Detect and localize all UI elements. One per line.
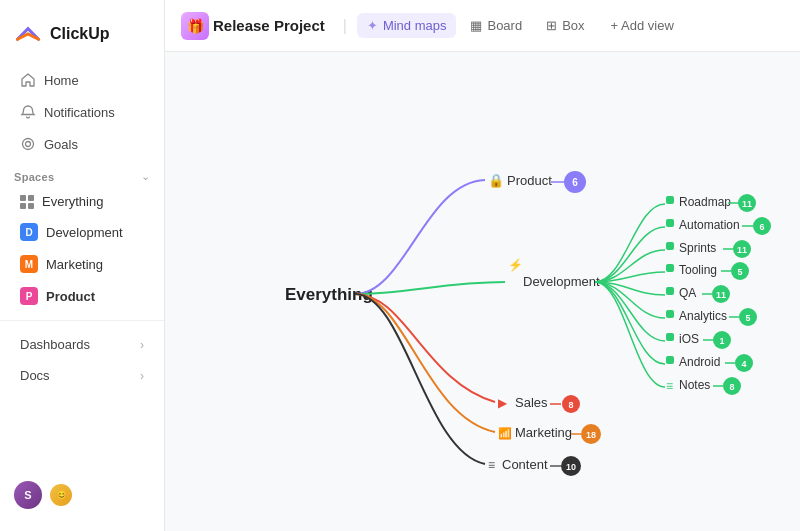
product-icon: 🔒 xyxy=(488,172,505,189)
svg-text:Roadmap: Roadmap xyxy=(679,195,731,209)
marketing-badge: M xyxy=(20,255,38,273)
svg-text:Automation: Automation xyxy=(679,218,740,232)
sales-branch-line xyxy=(355,294,495,402)
tab-board[interactable]: ▦ Board xyxy=(460,13,532,38)
svg-point-1 xyxy=(26,142,31,147)
content-branch-line xyxy=(355,294,485,464)
svg-text:5: 5 xyxy=(737,267,742,277)
add-view-button[interactable]: + Add view xyxy=(603,13,682,38)
space-product-label: Product xyxy=(46,289,95,304)
svg-text:Android: Android xyxy=(679,355,720,369)
svg-rect-22 xyxy=(666,287,674,295)
svg-rect-7 xyxy=(666,219,674,227)
logo-text: ClickUp xyxy=(50,25,110,43)
topbar-divider: | xyxy=(343,17,347,35)
svg-text:11: 11 xyxy=(742,199,752,209)
spaces-label: Spaces xyxy=(14,171,54,183)
svg-text:≡: ≡ xyxy=(488,458,495,472)
tab-mind-maps[interactable]: ✦ Mind maps xyxy=(357,13,457,38)
svg-rect-37 xyxy=(666,356,674,364)
product-count: 6 xyxy=(572,177,578,188)
board-tab-label: Board xyxy=(487,18,522,33)
svg-point-0 xyxy=(23,139,34,150)
logo-area: ClickUp xyxy=(0,12,164,64)
project-title: Release Project xyxy=(213,17,325,34)
space-everything-label: Everything xyxy=(42,194,103,209)
nav-dashboards[interactable]: Dashboards › xyxy=(6,330,158,359)
sidebar-item-product[interactable]: P Product xyxy=(6,281,158,311)
avatar-user[interactable]: 😊 xyxy=(50,484,72,506)
svg-rect-17 xyxy=(666,264,674,272)
product-badge: P xyxy=(20,287,38,305)
sidebar-item-development[interactable]: D Development xyxy=(6,217,158,247)
box-tab-icon: ⊞ xyxy=(546,18,557,33)
dashboards-label: Dashboards xyxy=(20,337,90,352)
grid-icon xyxy=(20,195,34,209)
bell-icon xyxy=(20,104,36,120)
svg-text:Sprints: Sprints xyxy=(679,241,716,255)
svg-text:≡: ≡ xyxy=(666,379,673,393)
home-icon xyxy=(20,72,36,88)
sidebar-item-everything[interactable]: Everything xyxy=(6,188,158,215)
nav-notifications-label: Notifications xyxy=(44,105,115,120)
svg-text:QA: QA xyxy=(679,286,696,300)
nav-item-home[interactable]: Home xyxy=(6,65,158,95)
development-badge: D xyxy=(20,223,38,241)
topbar: 🎁 Release Project | ✦ Mind maps ▦ Board … xyxy=(165,0,800,52)
svg-text:6: 6 xyxy=(759,222,764,232)
goals-icon xyxy=(20,136,36,152)
svg-text:5: 5 xyxy=(745,313,750,323)
docs-label: Docs xyxy=(20,368,50,383)
sidebar-footer-nav: Dashboards › Docs › xyxy=(0,320,164,391)
sidebar-item-marketing[interactable]: M Marketing xyxy=(6,249,158,279)
product-label: Product xyxy=(507,173,552,188)
svg-text:1: 1 xyxy=(719,336,724,346)
nav-item-notifications[interactable]: Notifications xyxy=(6,97,158,127)
svg-text:8: 8 xyxy=(568,400,573,410)
nav-docs[interactable]: Docs › xyxy=(6,361,158,390)
svg-text:Tooling: Tooling xyxy=(679,263,717,277)
nav-item-goals[interactable]: Goals xyxy=(6,129,158,159)
svg-text:Analytics: Analytics xyxy=(679,309,727,323)
sidebar-bottom: S 😊 xyxy=(0,471,164,519)
chevron-down-icon[interactable]: ⌄ xyxy=(141,170,150,183)
mind-maps-tab-icon: ✦ xyxy=(367,18,378,33)
box-tab-label: Box xyxy=(562,18,584,33)
spaces-section-header: Spaces ⌄ xyxy=(0,160,164,187)
main-content: 🎁 Release Project | ✦ Mind maps ▦ Board … xyxy=(165,0,800,531)
svg-text:11: 11 xyxy=(737,245,747,255)
marketing-branch-line xyxy=(355,294,495,432)
dev-icon: ⚡ xyxy=(508,257,523,272)
svg-text:4: 4 xyxy=(741,359,746,369)
nav-home-label: Home xyxy=(44,73,79,88)
svg-text:18: 18 xyxy=(586,430,596,440)
svg-text:8: 8 xyxy=(729,382,734,392)
space-marketing-label: Marketing xyxy=(46,257,103,272)
clickup-logo-icon xyxy=(14,20,42,48)
sidebar: ClickUp Home Notifications Goals Spaces … xyxy=(0,0,165,531)
svg-text:iOS: iOS xyxy=(679,332,699,346)
product-branch-line xyxy=(355,180,485,294)
svg-text:Notes: Notes xyxy=(679,378,710,392)
svg-text:10: 10 xyxy=(566,462,576,472)
dashboards-chevron: › xyxy=(140,338,144,352)
mindmap-canvas: Everything 🔒 Product 6 ⚡ Development Roa… xyxy=(165,52,800,531)
svg-rect-12 xyxy=(666,242,674,250)
svg-text:📶: 📶 xyxy=(498,426,512,440)
tab-box[interactable]: ⊞ Box xyxy=(536,13,594,38)
board-tab-icon: ▦ xyxy=(470,18,482,33)
svg-text:Marketing: Marketing xyxy=(515,425,572,440)
avatar-s[interactable]: S xyxy=(14,481,42,509)
svg-rect-2 xyxy=(666,196,674,204)
docs-chevron: › xyxy=(140,369,144,383)
development-branch-line xyxy=(355,282,505,294)
development-label: Development xyxy=(523,274,600,289)
svg-rect-32 xyxy=(666,333,674,341)
add-view-label: + Add view xyxy=(611,18,674,33)
space-development-label: Development xyxy=(46,225,123,240)
svg-text:▶: ▶ xyxy=(498,396,508,410)
nav-goals-label: Goals xyxy=(44,137,78,152)
svg-text:Content: Content xyxy=(502,457,548,472)
svg-rect-27 xyxy=(666,310,674,318)
mind-maps-tab-label: Mind maps xyxy=(383,18,447,33)
